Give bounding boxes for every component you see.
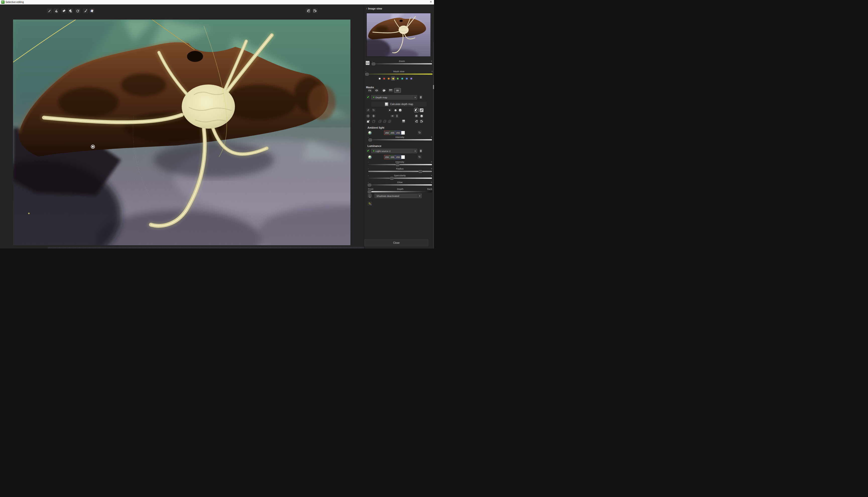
- invert-mask-button[interactable]: [414, 108, 418, 112]
- expand-mask-button[interactable]: [366, 114, 370, 118]
- ambient-color-swatch[interactable]: [401, 131, 405, 134]
- mask-view-thumb[interactable]: [365, 73, 369, 76]
- mask-view-slider: - Mask view +: [366, 70, 433, 75]
- title-bar: Selective editing ✕: [0, 0, 434, 4]
- radius-slider: - Radius +: [368, 167, 432, 172]
- depth-slider: Front Depth Back: [368, 187, 432, 193]
- mask-delete-button[interactable]: [419, 95, 423, 99]
- contract-mask-button[interactable]: [372, 114, 375, 118]
- luminance-blue-value[interactable]: 255: [395, 155, 401, 159]
- luminance-header: Luminance: [368, 144, 381, 147]
- luminance-reset-button[interactable]: ↻: [417, 155, 422, 159]
- luminance-color-sphere-button[interactable]: [368, 155, 372, 159]
- masks-tab-fx[interactable]: FX: [368, 88, 372, 93]
- close-button[interactable]: Close: [364, 239, 428, 246]
- mask-enabled-checkbox[interactable]: ✔: [366, 95, 370, 99]
- masks-tab-3d[interactable]: 3D: [394, 88, 401, 93]
- calculate-depth-map-button[interactable]: Calculate depth map: [371, 102, 427, 106]
- luminance-green-value[interactable]: 255: [389, 155, 395, 159]
- light-source-dropdown-arrow[interactable]: ▾: [413, 149, 417, 153]
- brush-size-small-button[interactable]: [388, 108, 391, 112]
- mask-dropdown-arrow[interactable]: ▾: [413, 95, 417, 99]
- undo-button[interactable]: ↺: [366, 108, 370, 112]
- depth-label: Depth: [397, 187, 403, 190]
- zoom-label: Zoom: [399, 60, 405, 62]
- ambient-green-value[interactable]: 255: [389, 131, 395, 135]
- brush-add-tool-button[interactable]: [54, 8, 58, 13]
- luminance-red-value[interactable]: 255: [384, 155, 390, 159]
- hard-brush-button[interactable]: [420, 114, 424, 118]
- soft-brush-button[interactable]: [414, 114, 418, 118]
- mask-color-dots: [378, 77, 413, 80]
- window-title: Selective editing: [5, 1, 24, 3]
- ambient-color-sphere-button[interactable]: [368, 130, 372, 135]
- light-source-delete-button[interactable]: [419, 149, 423, 153]
- brush-size-medium-button[interactable]: [394, 108, 397, 112]
- reset-light-button[interactable]: ↻▸: [368, 201, 372, 206]
- eraser-add-tool-button[interactable]: [68, 8, 73, 13]
- image-canvas[interactable]: [13, 19, 350, 245]
- export-settings-button[interactable]: [313, 8, 318, 13]
- mask-color-dot[interactable]: [378, 77, 381, 80]
- draw-mask-button[interactable]: [420, 108, 424, 112]
- masks-tab-lens[interactable]: [374, 88, 379, 93]
- stamp-tool-button[interactable]: [75, 8, 80, 13]
- panel-scrollbar[interactable]: [433, 42, 434, 248]
- depth-back-label: Back: [427, 188, 432, 190]
- masks-tab-palette[interactable]: [382, 88, 386, 93]
- move-vertical-button[interactable]: [395, 114, 399, 118]
- image-view-header[interactable]: ↑ Image view: [366, 7, 382, 10]
- mask-color-dot[interactable]: [396, 77, 399, 80]
- zoom-1-1-button[interactable]: 1:1: [366, 61, 370, 65]
- ambient-blue-value[interactable]: 255: [395, 131, 401, 135]
- gradient-mask-button[interactable]: [402, 119, 405, 123]
- ambient-reset-button[interactable]: ↻: [417, 130, 422, 134]
- light-source-dropdown[interactable]: Light source 2 ▾: [371, 149, 417, 153]
- import-settings-button[interactable]: [306, 8, 311, 13]
- subtract-mask-button[interactable]: [383, 119, 387, 123]
- eraser-tool-button[interactable]: [61, 8, 66, 13]
- shadows-dropdown-arrow[interactable]: ▾: [418, 194, 422, 198]
- window-close-icon[interactable]: ✕: [430, 0, 432, 3]
- merge-mask-button[interactable]: [378, 119, 382, 123]
- shadows-value: Shadows deactivated: [376, 195, 418, 197]
- export-mask-button[interactable]: [420, 119, 424, 123]
- mask-color-dot[interactable]: [387, 77, 390, 80]
- mask-color-dot[interactable]: [400, 77, 404, 80]
- image-preview-thumbnail[interactable]: [367, 13, 431, 57]
- shadow-icon: [368, 194, 372, 198]
- masks-tab-landscape[interactable]: [388, 88, 393, 93]
- brush-size-large-button[interactable]: [398, 108, 402, 112]
- intersect-mask-button[interactable]: [388, 119, 391, 123]
- collapse-icon[interactable]: ↑: [366, 7, 367, 10]
- mask-view-plus[interactable]: +: [431, 70, 433, 73]
- pipette-tool-button[interactable]: [83, 8, 88, 13]
- zoom-thumb[interactable]: [372, 62, 375, 66]
- redo-button[interactable]: ↻: [372, 108, 375, 112]
- ambient-light-header: Ambient light: [368, 126, 384, 129]
- light-source-status-dot: [373, 151, 374, 152]
- brush-tool-button[interactable]: [47, 8, 52, 13]
- depth-cube-icon: [385, 102, 388, 106]
- mask-view-minus[interactable]: -: [366, 70, 366, 73]
- mask-color-dot[interactable]: [409, 77, 413, 80]
- mask-select-dropdown[interactable]: Depth map ▾: [371, 95, 417, 100]
- specularity-slider: - Specularity +: [368, 174, 432, 179]
- copy-mask-button[interactable]: [372, 119, 375, 123]
- glow-slider: - Glow +: [368, 181, 432, 186]
- zoom-plus[interactable]: +: [431, 60, 432, 62]
- luminance-color-swatch[interactable]: [401, 155, 405, 159]
- mask-color-dot[interactable]: [405, 77, 409, 80]
- import-mask-button[interactable]: [414, 119, 418, 123]
- shadows-dropdown[interactable]: Shadows deactivated ▾: [374, 194, 422, 198]
- mask-color-dot[interactable]: [391, 77, 395, 80]
- fill-bucket-tool-button[interactable]: [89, 8, 94, 13]
- ambient-red-value[interactable]: 255: [384, 131, 390, 135]
- selective-editing-window: Selective editing ✕: [0, 0, 434, 248]
- mask-color-dot[interactable]: [382, 77, 386, 80]
- new-mask-button[interactable]: [366, 119, 370, 123]
- light-source-name: Light source 2: [375, 150, 413, 153]
- zoom-minus[interactable]: -: [372, 60, 373, 62]
- light-source-checkbox[interactable]: ✔: [366, 149, 370, 153]
- move-horizontal-button[interactable]: [390, 114, 394, 118]
